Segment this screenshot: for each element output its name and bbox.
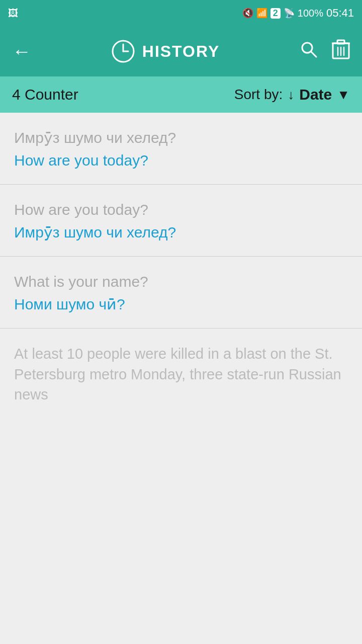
item-primary-text: At least 10 people were killed in a blas… bbox=[14, 344, 348, 405]
signal-icon: 📡 bbox=[284, 8, 295, 19]
sort-direction-icon: ↓ bbox=[288, 87, 294, 103]
delete-button[interactable] bbox=[332, 38, 350, 65]
notification-badge: 2 bbox=[270, 8, 281, 19]
status-bar-left: 🖼 bbox=[8, 8, 18, 19]
clock-icon bbox=[111, 39, 135, 63]
counter-label: 4 Counter bbox=[12, 86, 78, 103]
list-item[interactable]: Имрӯз шумо чи хелед? How are you today? bbox=[0, 113, 362, 185]
status-bar-right: 🔇 📶 2 📡 100% 05:41 bbox=[242, 7, 354, 20]
svg-rect-7 bbox=[337, 40, 344, 44]
item-primary-text: How are you today? bbox=[14, 200, 348, 219]
sort-controls[interactable]: Sort by: ↓ Date ▼ bbox=[234, 86, 350, 103]
item-secondary-text: Номи шумо чӣ? bbox=[14, 294, 348, 314]
history-list: Имрӯз шумо чи хелед? How are you today? … bbox=[0, 113, 362, 422]
svg-line-4 bbox=[311, 52, 316, 57]
list-item[interactable]: What is your name? Номи шумо чӣ? bbox=[0, 257, 362, 329]
sort-bar: 4 Counter Sort by: ↓ Date ▼ bbox=[0, 76, 362, 113]
sort-value-label: Date bbox=[299, 86, 332, 103]
photo-icon: 🖼 bbox=[8, 8, 18, 19]
item-primary-text: Имрӯз шумо чи хелед? bbox=[14, 128, 348, 147]
search-button[interactable] bbox=[300, 40, 318, 63]
page-title: HISTORY bbox=[142, 42, 220, 61]
app-bar: ← HISTORY bbox=[0, 26, 362, 76]
time-display: 05:41 bbox=[326, 7, 354, 20]
list-item[interactable]: How are you today? Имрӯз шумо чи хелед? bbox=[0, 185, 362, 257]
battery-text: 100% bbox=[298, 8, 323, 19]
mute-icon: 🔇 bbox=[242, 8, 253, 19]
sort-dropdown-icon[interactable]: ▼ bbox=[337, 87, 350, 103]
list-item[interactable]: At least 10 people were killed in a blas… bbox=[0, 329, 362, 422]
wifi-icon: 📶 bbox=[256, 8, 267, 19]
item-primary-text: What is your name? bbox=[14, 272, 348, 291]
app-bar-title: HISTORY bbox=[111, 39, 220, 63]
app-bar-actions bbox=[300, 38, 350, 65]
item-secondary-text: How are you today? bbox=[14, 150, 348, 170]
back-button[interactable]: ← bbox=[12, 41, 31, 62]
item-secondary-text: Имрӯз шумо чи хелед? bbox=[14, 222, 348, 242]
sort-by-label: Sort by: bbox=[234, 87, 283, 103]
status-bar: 🖼 🔇 📶 2 📡 100% 05:41 bbox=[0, 0, 362, 26]
